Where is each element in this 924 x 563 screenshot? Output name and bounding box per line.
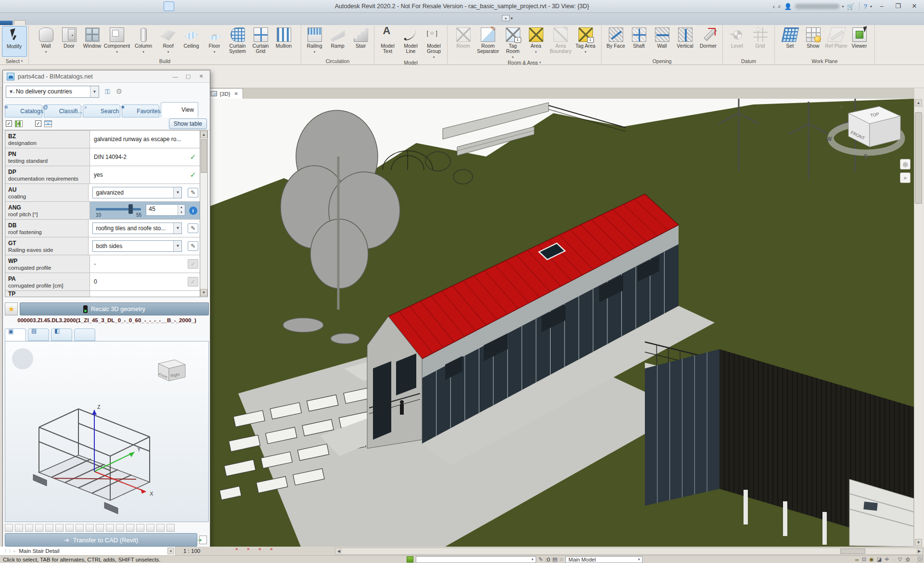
open-documents-icon[interactable] — [13, 1, 24, 11]
scroll-left-icon[interactable]: ◀ — [335, 548, 342, 554]
value-dropdown[interactable]: both sides▼ — [92, 240, 182, 252]
window-button[interactable]: Window — [81, 26, 103, 57]
row-dp[interactable]: DP documentation requirements yes yes▼ — [5, 166, 200, 184]
tag-icon[interactable] — [117, 1, 128, 11]
viewer-button[interactable]: Viewer — [848, 26, 871, 57]
show-button[interactable]: Show — [802, 26, 824, 57]
visual-style-icon[interactable] — [217, 548, 225, 555]
value-dropdown[interactable]: galvanized▼ — [92, 187, 182, 198]
scroll-down-icon[interactable]: ▼ — [915, 539, 922, 546]
render-icon[interactable] — [156, 524, 165, 532]
ceiling-button[interactable]: Ceiling — [180, 26, 203, 57]
grid-button[interactable]: Grid — [749, 26, 771, 57]
row-bz[interactable]: BZ designation galvanized runway as esca… — [5, 131, 200, 148]
preview-tab-part[interactable]: ▣ — [5, 328, 26, 341]
model-group-button[interactable]: Model Group — [423, 26, 445, 60]
sync-icon[interactable] — [48, 1, 59, 11]
modify-button[interactable]: Modify — [2, 26, 27, 57]
tab-annotate[interactable] — [68, 21, 78, 25]
default-3d-view-icon[interactable] — [141, 1, 151, 11]
print-icon[interactable] — [83, 1, 93, 11]
user-icon[interactable]: 👤 — [784, 3, 792, 10]
browser-item[interactable]: Main Stair Detail — [19, 548, 59, 554]
curtain-system-button[interactable]: Curtain System — [226, 26, 249, 57]
top-view-icon[interactable] — [96, 524, 104, 532]
select-pinned-toggle[interactable]: ◉ — [869, 556, 874, 563]
row-au[interactable]: AU coating galvanized galvanized▼ galv — [5, 184, 200, 202]
zoom-in-icon[interactable] — [35, 524, 43, 532]
door-button[interactable]: Door — [58, 26, 80, 57]
panel-label[interactable]: Opening — [653, 58, 672, 64]
curtain-grid-button[interactable]: Curtain Grid — [249, 26, 272, 57]
row-pa[interactable]: PA corrugated profile [cm] 0 0▼ 0 — [5, 273, 200, 291]
show-crop-icon[interactable] — [263, 548, 271, 555]
selection-filter-icon[interactable]: ▽ — [898, 556, 902, 563]
tab-view[interactable] — [110, 21, 121, 25]
gear-icon[interactable]: ⚙ — [116, 87, 122, 96]
row-gt[interactable]: GT Railing eaves side both sides both si… — [5, 237, 200, 255]
floor-button[interactable]: Floor — [203, 26, 226, 57]
pan-zoom-icon[interactable]: ⌕ — [900, 172, 911, 183]
mullion-button[interactable]: Mullion — [272, 26, 295, 57]
3d-viewport[interactable]: W S TOP FRONT ⌂ — [176, 99, 914, 547]
status-icon[interactable] — [188, 223, 198, 233]
revit-logo[interactable] — [2, 1, 13, 11]
minimize-button[interactable]: – — [875, 1, 888, 11]
redo-icon[interactable] — [71, 1, 82, 11]
design-option-select[interactable]: Main Model▼ — [565, 556, 642, 563]
select-by-face-toggle[interactable]: ◪ — [877, 556, 882, 563]
panel-label[interactable]: Select — [6, 58, 20, 64]
model-text-button[interactable]: Model Text — [376, 26, 399, 57]
tab-bimcatalogs[interactable] — [142, 21, 153, 25]
tab-collaborate[interactable] — [100, 21, 110, 25]
status-icon[interactable] — [188, 259, 198, 269]
area-boundary-button[interactable]: Area Boundary — [548, 26, 574, 57]
restore-button[interactable]: ❐ — [891, 1, 905, 11]
switch-windows-icon[interactable] — [187, 1, 197, 11]
area-button[interactable]: Area — [525, 26, 547, 57]
preview-viewcube[interactable]: Front Right — [158, 360, 185, 381]
aligned-dimension-icon[interactable] — [106, 1, 116, 11]
help-icon[interactable]: ? — [864, 3, 867, 10]
panel-label[interactable]: Work Plane — [811, 58, 837, 64]
tag-area-button[interactable]: Tag Area — [574, 26, 597, 57]
horizontal-scrollbar[interactable]: ◀ ▶ — [335, 548, 923, 555]
scroll-right-icon[interactable]: ▶ — [916, 548, 923, 554]
undo-icon[interactable] — [60, 1, 70, 11]
dialog-title-bar[interactable]: parts4cad - BIMcatalogs.net — ▢ ✕ — [3, 70, 210, 83]
status-icon[interactable] — [188, 277, 198, 287]
browser-scroll-down-icon[interactable]: ▼ — [167, 548, 174, 554]
tab-insert[interactable] — [57, 21, 68, 25]
copy-icon[interactable] — [15, 524, 23, 532]
option-checkbox[interactable]: ✓ — [6, 120, 12, 127]
wall-button[interactable]: Wall — [35, 26, 57, 57]
wall-opening-button[interactable]: Wall — [651, 26, 673, 57]
drag-on-selection-toggle[interactable]: ✛ — [885, 556, 889, 563]
status-icon[interactable] — [190, 170, 196, 179]
panel-label[interactable]: Circulation — [326, 58, 350, 64]
panel-label[interactable]: Datum — [741, 58, 756, 64]
sun-path-icon[interactable] — [229, 548, 237, 555]
customize-qat-icon[interactable] — [198, 1, 209, 11]
settings-icon[interactable] — [146, 524, 154, 532]
row-ang[interactable]: ANG roof pitch [°] 45 45▼ 10 55 45 — [5, 202, 200, 220]
set-button[interactable]: Set — [779, 26, 801, 57]
panel-label[interactable]: Build — [159, 58, 170, 64]
close-hidden-windows-icon[interactable] — [175, 1, 186, 11]
room-separator-button[interactable]: Room Separator — [475, 26, 501, 57]
temporary-hide-icon[interactable] — [286, 548, 295, 555]
model-line-button[interactable]: Model Line — [399, 26, 422, 57]
value-spinner[interactable]: 45 ▲▼ — [146, 204, 185, 216]
delivery-filter-select[interactable]: ▼̵ No delivery countries ▼ — [6, 86, 99, 98]
temporary-view-properties-icon[interactable] — [309, 548, 318, 555]
level-button[interactable]: Level — [726, 26, 748, 57]
front-view-icon[interactable] — [86, 524, 94, 532]
show-table-button[interactable]: Show table — [169, 118, 207, 129]
print-icon[interactable] — [25, 524, 33, 532]
tab-favorites[interactable]: ★ Favorites — [122, 105, 159, 118]
row-db[interactable]: DB roof fastening roofing tiles and roof… — [5, 220, 200, 237]
transfer-to-cad-button[interactable]: ➔ Transfer to CAD (Revit) — [5, 533, 197, 547]
preview-tab-dimensions[interactable]: ◧ — [51, 328, 72, 341]
view-scale[interactable]: 1 : 100 — [183, 548, 200, 554]
tag-room-button[interactable]: Tag Room — [501, 26, 524, 60]
